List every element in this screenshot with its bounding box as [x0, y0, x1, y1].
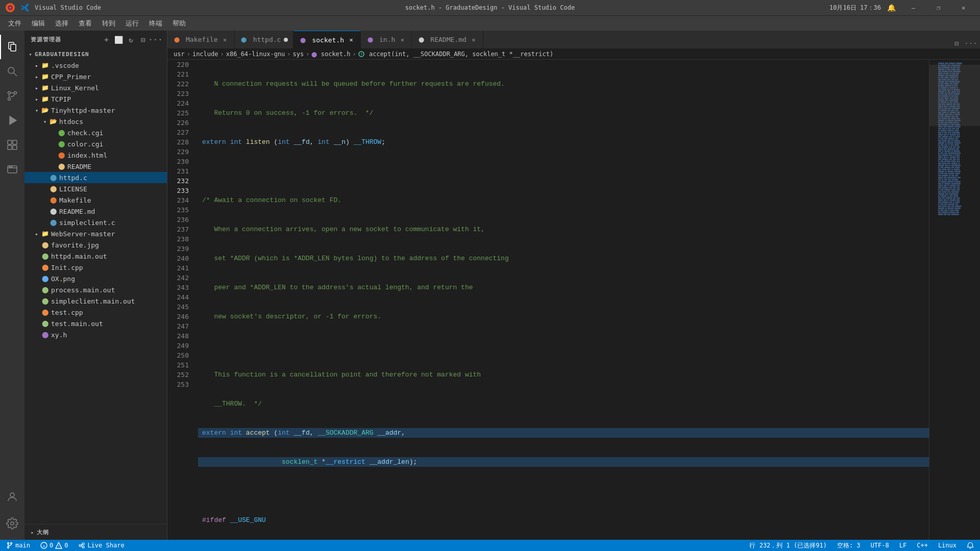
tree-item-test-main-out[interactable]: ▸ ⬤ test.main.out: [24, 318, 167, 329]
notifications-status[interactable]: [965, 540, 976, 551]
platform-status[interactable]: Linux: [936, 540, 959, 551]
tree-item-init-cpp[interactable]: ▸ ⬤ Init.cpp: [24, 262, 167, 273]
tree-item-readme-dir[interactable]: ▸ ⬤ README: [24, 161, 167, 172]
index-html-label: index.html: [67, 152, 107, 159]
menu-terminal[interactable]: 终端: [145, 17, 166, 30]
tab-in-h-close[interactable]: ✕: [398, 36, 406, 44]
tree-item-simpleclient-c[interactable]: ▸ ⬤ simpleclient.c: [24, 217, 167, 228]
tab-readme-md-close[interactable]: ✕: [470, 36, 478, 44]
ln-234: 234: [167, 195, 193, 205]
minimap[interactable]: ████████ ████ ████████ ████████ ██ █████…: [929, 60, 980, 540]
menu-file[interactable]: 文件: [4, 17, 26, 30]
tree-item-index-html[interactable]: ▸ ⬤ index.html: [24, 149, 167, 161]
tab-readme-md[interactable]: ⬤ README.md ✕: [412, 31, 483, 48]
tree-item-license[interactable]: ▸ ⬤ LICENSE: [24, 183, 167, 194]
tab-in-h[interactable]: ⬤ in.h ✕: [361, 31, 412, 48]
httpd-c-label: httpd.c: [59, 174, 87, 182]
vscode-arrow: ▸: [33, 61, 41, 69]
explorer-activity-icon[interactable]: [0, 35, 24, 59]
tree-item-favorite-jpg[interactable]: ▸ ⬤ favorite.jpg: [24, 239, 167, 251]
search-activity-icon[interactable]: [0, 59, 24, 84]
menu-goto[interactable]: 转到: [98, 17, 119, 30]
tree-item-webserver[interactable]: ▸ 📁 WebServer-master: [24, 228, 167, 239]
os-logo: [5, 3, 15, 13]
folder-icon: 📁: [41, 230, 49, 238]
spaces-status[interactable]: 空格: 3: [835, 540, 863, 551]
tree-item-readme-md[interactable]: ▸ ⬤ README.md: [24, 206, 167, 217]
tab-httpd-c[interactable]: ⬤ httpd.c: [235, 31, 294, 48]
git-branch-status[interactable]: main: [4, 540, 32, 551]
new-file-button[interactable]: +: [102, 35, 112, 45]
editor-actions: ⊟ ···: [947, 38, 980, 48]
remote-activity-icon[interactable]: [0, 157, 24, 182]
ln-237: 237: [167, 224, 193, 234]
breadcrumb-symbol[interactable]: f accept(int, __SOCKADDR_ARG, socklen_t …: [358, 51, 553, 58]
tab-socket-h-icon: ⬤: [299, 36, 307, 44]
breadcrumb-include[interactable]: include: [192, 51, 218, 58]
tree-item-test-cpp[interactable]: ▸ ⬤ test.cpp: [24, 307, 167, 318]
tab-makefile[interactable]: ⬤ Makefile ✕: [167, 31, 235, 48]
restore-button[interactable]: ❐: [927, 0, 950, 15]
webserver-arrow: ▸: [33, 230, 41, 238]
tree-root[interactable]: ▾ GRADUATEDESIGN: [24, 48, 167, 60]
tab-makefile-close[interactable]: ✕: [221, 36, 229, 44]
breadcrumb-usr[interactable]: usr: [174, 51, 185, 58]
settings-activity-icon[interactable]: [0, 511, 24, 536]
live-share-status[interactable]: Live Share: [76, 540, 126, 551]
split-editor-button[interactable]: ⊟: [951, 38, 962, 48]
menu-edit[interactable]: 编辑: [28, 17, 49, 30]
source-control-activity-icon[interactable]: [0, 84, 24, 108]
code-area[interactable]: N connection requests will be queued bef…: [198, 60, 929, 540]
tree-item-check-cgi[interactable]: ▸ ⬤ check.cgi: [24, 127, 167, 138]
run-activity-icon[interactable]: [0, 108, 24, 133]
close-button[interactable]: ✕: [952, 0, 975, 15]
encoding-status[interactable]: UTF-8: [869, 540, 891, 551]
bell-icon[interactable]: 🔔: [887, 4, 896, 12]
account-activity-icon[interactable]: [0, 485, 24, 509]
breadcrumb-sys[interactable]: sys: [293, 51, 304, 58]
tree-item-tinyhttpd[interactable]: ▾ 📂 Tinyhttpd-master: [24, 105, 167, 116]
refresh-button[interactable]: ↻: [126, 35, 136, 45]
language-status[interactable]: C++: [915, 540, 930, 551]
tree-item-vscode[interactable]: ▸ 📁 .vscode: [24, 60, 167, 71]
tree-item-cpp_primer[interactable]: ▸ 📁 CPP_Primer: [24, 71, 167, 82]
status-left: main ✕ 0 ! 0 Live Share: [4, 540, 127, 551]
minimap-slider[interactable]: [929, 65, 980, 126]
new-folder-button[interactable]: ⬜: [114, 35, 124, 45]
collapse-all-button[interactable]: ⊟: [138, 35, 149, 45]
errors-status[interactable]: ✕ 0 ! 0: [38, 540, 70, 551]
tab-in-h-icon: ⬤: [366, 36, 374, 44]
tree-item-simpleclient-main-out[interactable]: ▸ ⬤ simpleclient.main.out: [24, 295, 167, 307]
htdocs-label: htdocs: [59, 118, 83, 126]
svg-rect-4: [11, 44, 16, 51]
menu-run[interactable]: 运行: [121, 17, 143, 30]
file-icon: ⬤: [41, 319, 49, 328]
extensions-activity-icon[interactable]: [0, 133, 24, 157]
menu-select[interactable]: 选择: [51, 17, 72, 30]
more-editor-actions-button[interactable]: ···: [966, 38, 976, 48]
breadcrumb-arch[interactable]: x86_64-linux-gnu: [226, 51, 285, 58]
code-line-227: peer and *ADDR_LEN to the address's actu…: [198, 283, 929, 292]
more-actions-button[interactable]: ···: [151, 35, 161, 45]
tree-item-httpd-main-out[interactable]: ▸ ⬤ httpd.main.out: [24, 251, 167, 262]
line-ending-status[interactable]: LF: [897, 540, 909, 551]
tree-item-color-cgi[interactable]: ▸ ⬤ color.cgi: [24, 138, 167, 149]
tree-item-linux_kernel[interactable]: ▸ 📁 Linux_Kernel: [24, 82, 167, 93]
breadcrumb-file[interactable]: ⬤ socket.h: [311, 51, 350, 58]
tab-socket-h-close[interactable]: ✕: [347, 36, 355, 44]
warning-icon: !: [55, 542, 62, 549]
tab-socket-h[interactable]: ⬤ socket.h ✕: [293, 31, 361, 48]
tree-item-process-main-out[interactable]: ▸ ⬤ process.main.out: [24, 284, 167, 295]
tree-item-ox-png[interactable]: ▸ ⬤ OX.png: [24, 273, 167, 284]
tree-item-httpd-c[interactable]: ▸ ⬤ httpd.c: [24, 172, 167, 183]
menu-help[interactable]: 帮助: [168, 17, 190, 30]
minimize-button[interactable]: —: [902, 0, 925, 15]
tree-item-tcpip[interactable]: ▸ 📁 TCPIP: [24, 93, 167, 105]
cursor-position-status[interactable]: 行 232，列 1 (已选择91): [747, 540, 828, 551]
outline-section[interactable]: ▸ 大纲: [24, 527, 167, 538]
tree-item-xy-h[interactable]: ▸ ⬤ xy.h: [24, 329, 167, 340]
tree-item-makefile[interactable]: ▸ ⬤ Makefile: [24, 194, 167, 206]
file-tree: ▾ GRADUATEDESIGN ▸ 📁 .vscode ▸ 📁 CPP_Pri…: [24, 48, 167, 524]
tree-item-htdocs[interactable]: ▾ 📂 htdocs: [24, 116, 167, 127]
menu-view[interactable]: 查看: [75, 17, 96, 30]
